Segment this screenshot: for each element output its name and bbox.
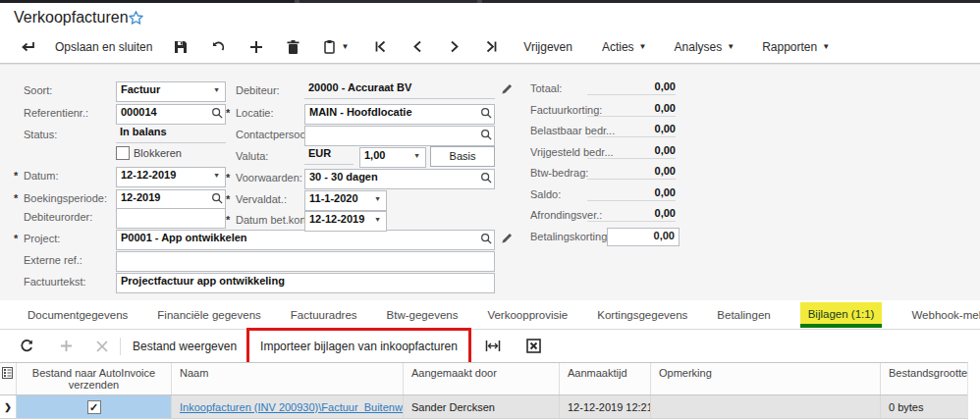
column-aangemaakt-door[interactable]: Aangemaakt door [404, 363, 560, 394]
last-record-icon[interactable] [479, 34, 504, 60]
debiteur-value[interactable]: 20000 - Accuraat BV [304, 79, 495, 99]
referentienr-field[interactable]: 000014 [116, 104, 226, 125]
bestand-weergeven-button[interactable]: Bestand weergeven [127, 335, 243, 358]
btw-bedrag-value: 0,00 [587, 165, 676, 180]
previous-record-icon[interactable] [407, 34, 428, 60]
lookup-icon[interactable] [480, 172, 492, 185]
analyses-menu[interactable]: Analyses [669, 34, 741, 60]
contactpersoon-field[interactable] [304, 126, 495, 146]
export-excel-icon[interactable] [520, 335, 547, 358]
autoinvoice-cell[interactable] [17, 395, 172, 418]
tab-bijlagen-active-highlighted[interactable]: Bijlagen (1:1) [800, 302, 883, 328]
favorite-star-icon[interactable] [128, 10, 144, 30]
chevron-down-icon [341, 42, 349, 51]
chevron-down-icon [639, 42, 647, 51]
edit-pencil-icon[interactable] [501, 82, 514, 97]
status-value: In balans [116, 124, 226, 143]
locatie-field[interactable]: MAIN - Hoofdlocatie [304, 104, 495, 125]
rapporten-menu[interactable]: Rapporten [756, 34, 836, 60]
status-label: Status: [24, 129, 57, 140]
boekingsperiode-field[interactable]: 12-2019 [116, 189, 226, 210]
tab-betalingen[interactable]: Betalingen [717, 301, 770, 329]
import-button-wrapper: Importeer bijlagen van inkoopfacturen [254, 335, 463, 358]
lookup-icon[interactable] [480, 129, 492, 142]
tab-documentgegevens[interactable]: Documentgegevens [27, 301, 128, 329]
tab-verkoopprovisie[interactable]: Verkoopprovisie [487, 301, 568, 329]
debiteurorder-label: Debiteurorder: [24, 211, 92, 223]
factuurtekst-field[interactable]: Projectfactuur app ontwikkeling [116, 273, 495, 293]
project-label: Project: [24, 233, 60, 244]
lookup-icon[interactable] [480, 107, 492, 121]
soort-select[interactable]: Factuur [116, 81, 226, 102]
column-autoinvoice[interactable]: Bestand naar AutoInvoice verzenden [17, 363, 172, 394]
save-and-close-button[interactable]: Opslaan en sluiten [49, 34, 158, 60]
attachments-grid: Bestand naar AutoInvoice verzenden Naam … [0, 362, 968, 420]
tab-financiele-gegevens[interactable]: Financiële gegevens [157, 301, 261, 329]
chevron-down-icon [412, 151, 421, 161]
lookup-icon[interactable] [211, 107, 223, 121]
vervaldat-field[interactable]: 11-1-2020 [304, 190, 387, 211]
bestandsgrootte-cell[interactable]: 0 bytes [881, 395, 967, 418]
afrondingsver-value: 0,00 [587, 207, 676, 222]
debiteur-label: Debiteur: [236, 84, 280, 96]
factuurtekst-label: Factuurtekst: [24, 276, 86, 288]
betalingskorting-input[interactable]: 0,00 [607, 228, 680, 246]
first-record-icon[interactable] [368, 34, 393, 60]
refresh-icon[interactable] [14, 335, 40, 358]
debiteurorder-field[interactable] [116, 208, 226, 229]
acties-menu[interactable]: Acties [596, 34, 653, 60]
title-bar: Verkoopfacturen [0, 3, 980, 30]
back-icon[interactable] [14, 34, 41, 60]
project-field[interactable]: P0001 - App ontwikkelen [116, 230, 495, 250]
tab-btw-gegevens[interactable]: Btw-gegevens [387, 301, 459, 329]
tab-kortingsgegevens[interactable]: Kortingsgegevens [597, 301, 687, 329]
externe-ref-field[interactable] [116, 251, 495, 272]
column-aanmaaktijd[interactable]: Aanmaaktijd [560, 363, 651, 394]
vrijgeven-button[interactable]: Vrijgeven [517, 34, 578, 60]
locatie-label: Locatie: [236, 107, 274, 119]
aanmaaktijd-cell[interactable]: 12-12-2019 12:21 [560, 395, 651, 418]
totaal-value: 0,00 [587, 80, 676, 95]
voorwaarden-field[interactable]: 30 - 30 dagen [304, 169, 495, 189]
fit-width-icon[interactable] [479, 335, 507, 358]
column-opmerking[interactable]: Opmerking [651, 363, 881, 394]
table-row[interactable]: Inkoopfacturen (INV 200930)\Factuur_Buit… [0, 395, 967, 419]
edit-pencil-icon[interactable] [501, 232, 514, 246]
chevron-down-icon [822, 42, 830, 51]
copy-paste-icon[interactable] [317, 34, 354, 60]
tab-factuuradres[interactable]: Factuuradres [291, 301, 357, 329]
blokkeren-checkbox[interactable] [116, 146, 130, 160]
basis-button[interactable]: Basis [430, 146, 495, 167]
tab-webhook-melding[interactable]: Webhook-melding [911, 301, 980, 329]
save-icon[interactable] [168, 34, 193, 60]
column-bestandsgrootte[interactable]: Bestandsgrootte [881, 363, 967, 394]
contactpersoon-label: Contactpersoon: [236, 129, 315, 140]
autoinvoice-checkbox[interactable] [87, 400, 101, 414]
row-settings-icon[interactable] [0, 363, 17, 394]
naam-cell[interactable]: Inkoopfacturen (INV 200930)\Factuur_Buit… [172, 395, 404, 418]
voorwaarden-label: Voorwaarden: [236, 172, 302, 184]
boekingsperiode-label: Boekingsperiode: [24, 192, 107, 204]
referentienr-label: Referentienr.: [24, 107, 88, 119]
delete-icon[interactable] [281, 34, 305, 60]
column-naam[interactable]: Naam [172, 363, 404, 394]
lookup-icon[interactable] [211, 192, 223, 206]
aangemaakt-door-cell[interactable]: Sander Dercksen [404, 395, 560, 418]
importeer-bijlagen-button[interactable]: Importeer bijlagen van inkoopfacturen [254, 335, 463, 358]
next-record-icon[interactable] [444, 34, 465, 60]
betalingskorting-label: Betalingskorting: [530, 231, 610, 242]
factuurkorting-value: 0,00 [587, 102, 676, 117]
verkoopfacturen-window: Verkoopfacturen Opslaan en sluiten [0, 0, 980, 420]
datum-field[interactable]: 12-12-2019 [116, 167, 226, 187]
opmerking-cell[interactable] [651, 395, 881, 418]
tab-strip: Documentgegevens Financiële gegevens Fac… [0, 300, 980, 330]
valuta-rate-field[interactable]: 1,00 [359, 147, 426, 168]
chevron-down-icon [727, 42, 735, 51]
lookup-icon[interactable] [480, 233, 492, 246]
add-icon[interactable] [244, 34, 269, 60]
attachment-link[interactable]: Inkoopfacturen (INV 200930)\Factuur_Buit… [180, 401, 404, 413]
undo-icon[interactable] [205, 34, 232, 60]
datum-bet-korting-field[interactable]: 12-12-2019 [304, 211, 387, 232]
valuta-currency[interactable]: EUR [304, 145, 354, 165]
divider [120, 338, 121, 355]
